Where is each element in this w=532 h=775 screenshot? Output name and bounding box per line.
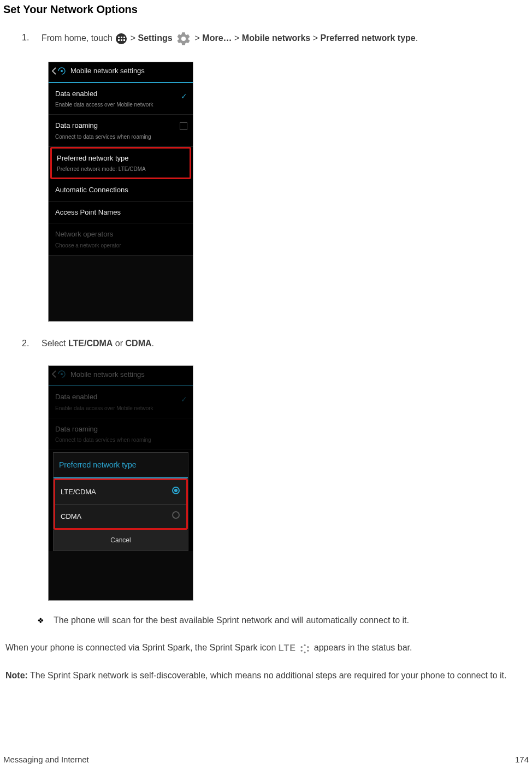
row-data-enabled-dim: Data enabled Enable data access over Mob… — [49, 386, 193, 418]
step1-text: From home, touch > Settings > More… > Mo… — [42, 33, 418, 43]
gt3: > — [234, 33, 242, 43]
check-icon: ✓ — [181, 394, 187, 405]
svg-point-3 — [307, 646, 309, 648]
row-sub: Preferred network mode: LTE/CDMA — [57, 165, 185, 173]
page-footer: Messaging and Internet 174 — [3, 755, 529, 764]
para-post: appears in the status bar. — [314, 643, 412, 652]
dialog-title: Preferred network type — [54, 453, 188, 478]
note-paragraph: Note: The Sprint Spark network is self-d… — [3, 669, 529, 682]
radio-label: CDMA — [61, 512, 81, 520]
row-data-enabled: Data enabled Enable data access over Mob… — [49, 83, 193, 115]
bullet-scan: ❖ The phone will scan for the best avail… — [3, 614, 529, 627]
row-title: Data enabled — [55, 392, 186, 403]
check-icon: ✓ — [181, 91, 187, 102]
screenshot-1: Mobile network settings Data enabled Ena… — [48, 62, 193, 322]
radio-highlighted-box: LTE/CDMA CDMA — [54, 478, 188, 530]
opt-b: CDMA — [126, 339, 152, 348]
screenshot1-title: Mobile network settings — [70, 66, 145, 76]
row-sub: Choose a network operator — [55, 241, 186, 250]
footer-section: Messaging and Internet — [3, 755, 89, 764]
row-data-roaming: Data roaming Connect to data services wh… — [49, 115, 193, 147]
row-title: Automatic Connections — [55, 185, 186, 196]
row-title: Data roaming — [55, 424, 186, 435]
step2-pre: Select — [42, 339, 68, 348]
step-number: 2. — [22, 337, 29, 350]
screenshot1-header: Mobile network settings — [49, 62, 193, 83]
spark-paragraph: When your phone is connected via Sprint … — [3, 641, 529, 655]
svg-point-5 — [304, 652, 306, 653]
row-preferred-highlighted: Preferred network type Preferred network… — [50, 147, 191, 180]
back-icon — [52, 370, 66, 378]
pref-label: Preferred network type — [320, 33, 415, 43]
page-heading: Set Your Network Options — [0, 0, 532, 16]
svg-point-1 — [61, 373, 63, 375]
radio-label: LTE/CDMA — [61, 488, 96, 496]
row-apn: Access Point Names — [49, 202, 193, 224]
step-1: 1. From home, touch > Settings > More… >… — [3, 31, 529, 46]
row-title: Data roaming — [55, 120, 186, 131]
gt1: > — [131, 33, 138, 43]
svg-point-4 — [307, 649, 309, 651]
step-number: 1. — [22, 31, 29, 44]
opt-a: LTE/CDMA — [68, 339, 113, 348]
row-data-roaming-dim: Data roaming Connect to data services wh… — [49, 418, 193, 451]
checkbox-icon — [180, 122, 187, 130]
gt4: > — [313, 33, 321, 43]
footer-page-number: 174 — [515, 755, 529, 764]
row-title: Data enabled — [55, 88, 186, 99]
apps-icon — [116, 33, 127, 44]
dialog-preferred-network: Preferred network type LTE/CDMA CDMA Can… — [53, 452, 188, 551]
row-title: Network operators — [55, 229, 186, 240]
row-sub: Connect to data services when roaming — [55, 133, 186, 141]
back-icon — [52, 67, 66, 75]
row-title: Access Point Names — [55, 207, 186, 218]
row-network-operators: Network operators Choose a network opera… — [49, 223, 193, 256]
svg-point-7 — [301, 646, 303, 648]
svg-point-6 — [301, 649, 303, 651]
bullet-text: The phone will scan for the best availab… — [54, 616, 409, 625]
note-body: The Sprint Spark network is self-discove… — [28, 671, 507, 680]
radio-lte-cdma: LTE/CDMA — [55, 480, 186, 504]
row-auto: Automatic Connections — [49, 179, 193, 202]
screenshot2-title: Mobile network settings — [70, 369, 145, 380]
lte-icon: LTE — [279, 643, 296, 653]
gear-icon — [176, 31, 191, 46]
cancel-button: Cancel — [54, 530, 188, 551]
para-pre: When your phone is connected via Sprint … — [5, 643, 279, 652]
diamond-bullet-icon: ❖ — [37, 615, 44, 626]
content-body: 1. From home, touch > Settings > More… >… — [0, 31, 532, 682]
screenshot-blank — [49, 551, 193, 600]
radio-on-icon — [172, 487, 180, 494]
step-2: 2. Select LTE/CDMA or CDMA. — [3, 337, 529, 350]
note-label: Note: — [5, 671, 28, 680]
dot2: . — [152, 339, 154, 348]
dot: . — [416, 33, 418, 43]
svg-point-0 — [61, 70, 63, 72]
radio-off-icon — [172, 511, 180, 519]
radio-cdma: CDMA — [55, 504, 186, 529]
step1-pre: From home, touch — [42, 33, 115, 43]
row-sub: Enable data access over Mobile network — [55, 404, 186, 412]
screenshot2-header: Mobile network settings — [49, 366, 193, 387]
gt2: > — [195, 33, 203, 43]
settings-label: Settings — [138, 33, 173, 43]
row-title: Preferred network type — [57, 153, 185, 164]
row-sub: Connect to data services when roaming — [55, 436, 186, 444]
svg-point-2 — [304, 644, 306, 646]
screenshot-blank — [49, 256, 193, 321]
row-sub: Enable data access over Mobile network — [55, 100, 186, 109]
step2-text: Select LTE/CDMA or CDMA. — [42, 339, 154, 348]
or: or — [113, 339, 125, 348]
screenshot-2: Mobile network settings Data enabled Ena… — [48, 365, 193, 601]
spark-icon — [299, 642, 310, 655]
mobile-label: Mobile networks — [242, 33, 310, 43]
more-label: More… — [202, 33, 232, 43]
